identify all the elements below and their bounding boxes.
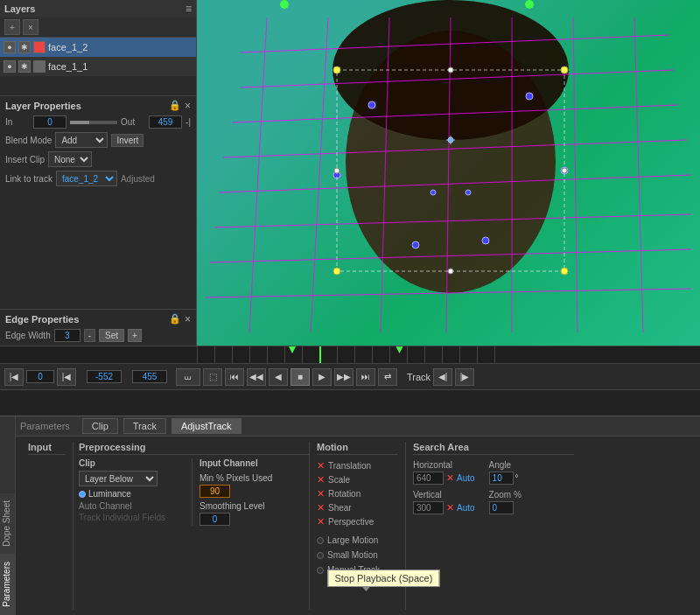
zoom-field: Zoom % (489, 490, 522, 514)
svg-point-29 (333, 66, 340, 73)
layer-lock-icon[interactable]: ✱ (18, 60, 31, 73)
horizontal-value-input[interactable] (413, 472, 444, 485)
translation-row: ✕ Translation (317, 460, 398, 472)
snap-button[interactable]: ⧢ (176, 368, 200, 386)
link-track-select[interactable]: face_1_2 (56, 171, 117, 186)
motion-column: Motion ✕ Translation ✕ Scale ✕ Rotation … (310, 442, 406, 610)
out-label: Out (121, 117, 145, 127)
add-layer-button[interactable]: + (4, 19, 20, 35)
side-tabs: Dope Sheet Parameters (0, 416, 16, 615)
scale-check[interactable]: ✕ (317, 474, 325, 486)
layer-lock-icon[interactable]: ✱ (18, 41, 31, 53)
angle-value-input[interactable] (489, 472, 514, 485)
large-motion-radio[interactable] (317, 537, 324, 544)
track-individual-label: Track Individual Fields (79, 513, 185, 522)
in-value-field[interactable] (33, 115, 66, 129)
play-button[interactable]: ▶ (312, 368, 332, 386)
marker-green-2[interactable] (396, 346, 403, 353)
parameters-tab[interactable]: Parameters (0, 555, 15, 615)
rotation-check[interactable]: ✕ (317, 488, 325, 500)
close-icon[interactable]: × (185, 100, 191, 112)
svg-point-26 (280, 0, 289, 9)
dope-sheet-tab[interactable]: Dope Sheet (0, 493, 15, 555)
svg-point-35 (334, 168, 340, 173)
track-prev-button[interactable]: ◀| (433, 368, 452, 386)
svg-point-25 (466, 190, 471, 195)
svg-point-32 (561, 268, 568, 275)
blend-mode-label: Blend Mode (5, 136, 52, 145)
skip-start-button[interactable]: ⏮ (225, 368, 244, 386)
params-tabs-bar: Parameters Clip Track AdjustTrack (16, 416, 700, 437)
current-frame[interactable] (87, 370, 122, 383)
timeline-area: |◀ |◀ ⧢ ⬚ ⏮ ◀◀ ◀ ■ ▶ ▶▶ ⏭ ⇄ Track ◀| |▶ … (0, 346, 700, 416)
translation-check[interactable]: ✕ (317, 460, 325, 472)
input-channel-title: Input Channel (200, 458, 272, 468)
blend-mode-select[interactable]: Add Normal Multiply (55, 132, 108, 148)
vertical-auto-label[interactable]: Auto (457, 503, 475, 513)
edge-lock-icon[interactable]: 🔒 (169, 313, 181, 325)
frame-start-button[interactable]: |◀ (4, 368, 24, 386)
tracking-overlay (197, 0, 700, 346)
smoothing-input[interactable] (200, 513, 230, 526)
invert-button[interactable]: Invert (111, 134, 144, 147)
clip-sub: Clip Layer Below Luminance Auto Channel … (79, 458, 192, 526)
layer-row[interactable]: ● ✱ face_1_2 (0, 38, 196, 57)
perspective-check[interactable]: ✕ (317, 516, 325, 528)
small-motion-radio[interactable] (317, 552, 324, 559)
play-forward-button[interactable]: ▶▶ (334, 368, 354, 386)
marker-green[interactable] (289, 346, 296, 353)
play-back-button[interactable]: ◀ (269, 368, 288, 386)
edge-properties-panel: Edge Properties 🔒 × Edge Width - Set + (0, 310, 196, 346)
shear-check[interactable]: ✕ (317, 502, 325, 514)
clip-sub-title: Clip (79, 458, 185, 468)
input-col-title: Input (28, 442, 66, 455)
edge-close-icon[interactable]: × (185, 313, 191, 325)
stop-button[interactable]: ■ (290, 368, 310, 386)
layers-section: Layers ≡ + × ● ✱ face_1_2 ● ✱ fa (0, 0, 196, 96)
vertical-value-input[interactable] (413, 501, 444, 514)
layers-menu-icon[interactable]: ≡ (186, 3, 192, 15)
edge-minus-button[interactable]: - (84, 329, 95, 342)
clip-tab-button[interactable]: Clip (82, 418, 118, 434)
track-next-button[interactable]: |▶ (455, 368, 474, 386)
playhead-marker[interactable] (319, 346, 321, 363)
layer-visibility-icon[interactable]: ● (4, 60, 16, 73)
delete-layer-button[interactable]: × (23, 19, 38, 35)
insert-clip-select[interactable]: None (48, 151, 92, 167)
adjust-track-tab-button[interactable]: AdjustTrack (172, 418, 242, 434)
expand-button[interactable]: ⬚ (203, 368, 222, 386)
layer-color-swatch (33, 60, 46, 73)
ruler-marks[interactable] (197, 346, 503, 363)
frame-counter[interactable] (26, 370, 54, 383)
manual-track-row: Manual Track (317, 565, 398, 575)
out-frame[interactable] (132, 370, 167, 383)
search-area-title: Search Area (413, 442, 574, 455)
edge-width-input[interactable] (54, 329, 80, 342)
min-pixels-input[interactable] (200, 485, 230, 498)
layer-properties-panel: Layer Properties 🔒 × In Out -| Blend Mod… (0, 96, 196, 310)
timeline-ruler (0, 346, 700, 364)
in-slider[interactable] (70, 121, 117, 124)
edge-plus-button[interactable]: + (128, 329, 142, 342)
out-value-field[interactable] (149, 115, 182, 129)
layer-visibility-icon[interactable]: ● (4, 41, 16, 53)
edge-set-button[interactable]: Set (99, 329, 124, 342)
manual-track-radio[interactable] (317, 567, 324, 574)
zoom-value-input[interactable] (489, 501, 514, 514)
edge-properties-title: Edge Properties (5, 314, 79, 325)
svg-point-27 (525, 0, 534, 9)
large-motion-label: Large Motion (327, 535, 378, 545)
radio-icon[interactable] (79, 491, 86, 498)
track-tab-button[interactable]: Track (123, 418, 166, 434)
layer-row[interactable]: ● ✱ face_1_1 (0, 57, 196, 76)
frame-prev-button[interactable]: |◀ (57, 368, 76, 386)
horizontal-auto-label[interactable]: Auto (457, 473, 475, 483)
prev-frame-button[interactable]: ◀◀ (247, 368, 266, 386)
horizontal-field: Horizontal ✕ Auto (413, 460, 475, 485)
svg-point-30 (561, 66, 568, 73)
svg-point-18 (526, 93, 533, 100)
loop-button[interactable]: ⇄ (378, 368, 397, 386)
layer-below-select[interactable]: Layer Below (79, 471, 158, 486)
skip-end-button[interactable]: ⏭ (356, 368, 375, 386)
lock-icon[interactable]: 🔒 (169, 100, 181, 112)
